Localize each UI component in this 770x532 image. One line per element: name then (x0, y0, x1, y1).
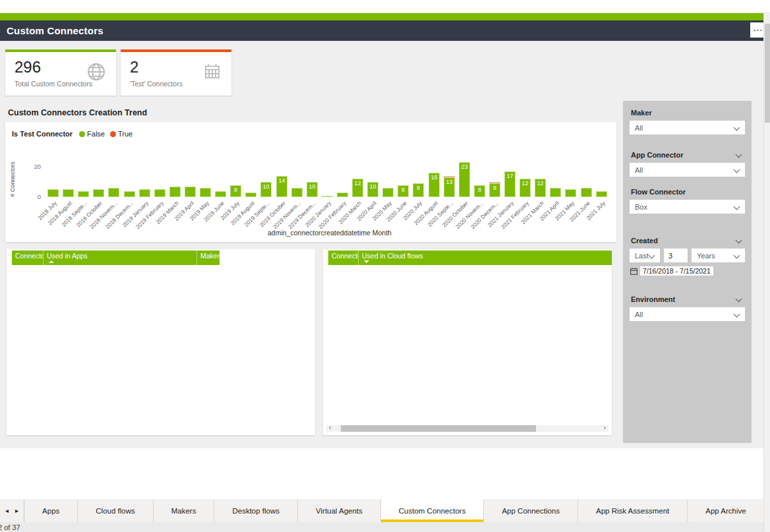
bar-segment-false[interactable] (63, 189, 74, 197)
filter-label-environment: Environment (631, 295, 675, 303)
sort-asc-icon (49, 260, 54, 263)
bar-segment-false[interactable] (291, 188, 303, 197)
bar-segment-false[interactable] (337, 192, 348, 197)
bar-segment-false[interactable]: 9 (413, 183, 424, 197)
column-header-used-in-apps[interactable]: Used in Apps (43, 251, 196, 265)
bar-segment-false[interactable]: 8 (474, 185, 485, 197)
column-header-connector[interactable]: Connector (12, 251, 43, 265)
calendar-clock-icon (630, 267, 638, 276)
bar-segment-false[interactable]: 9 (489, 183, 500, 197)
brand-accent-strip (0, 13, 766, 20)
bar-value-label: 8 (475, 187, 485, 193)
chevron-down-icon[interactable] (736, 237, 742, 244)
kpi-card-total-custom-connectors[interactable]: 296 Total Custom Connectors (5, 49, 116, 96)
bar-value-label: 10 (368, 183, 378, 190)
created-count-input[interactable]: 3 (664, 249, 688, 262)
scroll-left-icon[interactable]: ‹ (329, 424, 331, 431)
bar-segment-false[interactable] (382, 188, 394, 197)
chevron-down-icon (734, 167, 740, 173)
tab-makers[interactable]: Makers (154, 499, 215, 522)
created-mode-dropdown[interactable]: Last (630, 249, 660, 262)
bar-segment-true[interactable] (489, 182, 500, 183)
vertical-scrollbar[interactable] (763, 13, 770, 532)
tab-cloud-flows[interactable]: Cloud flows (78, 499, 153, 522)
flow-connector-dropdown[interactable]: Box (630, 200, 745, 214)
bar-segment-false[interactable]: 23 (459, 162, 470, 197)
bar-segment-false[interactable] (47, 189, 59, 197)
bar-segment-false[interactable] (185, 187, 196, 197)
bar-segment-false[interactable] (78, 191, 89, 197)
scroll-right-icon[interactable]: › (604, 424, 606, 431)
bar-value-label: 16 (429, 174, 439, 181)
y-axis-tick: 0 (24, 193, 41, 200)
filter-label-flow-connector: Flow Connector (631, 188, 686, 196)
bar-segment-false[interactable] (139, 189, 150, 197)
bar-segment-false[interactable]: 10 (367, 182, 378, 197)
chevron-down-icon (649, 252, 655, 259)
bar-segment-false[interactable] (550, 188, 561, 197)
bar-value-label: 9 (413, 185, 423, 191)
bar-segment-false[interactable] (581, 188, 592, 197)
scrollbar-thumb[interactable] (341, 425, 536, 432)
bar-plot: 810141012108916132389171212 (47, 122, 612, 197)
bar-segment-true[interactable] (444, 176, 455, 177)
page-tab-bar: ◂ ▸ AppsCloud flowsMakersDesktop flowsVi… (0, 499, 770, 522)
canvas-lower-area (0, 448, 763, 499)
created-unit-dropdown[interactable]: Years (692, 249, 745, 262)
report-canvas: 296 Total Custom Connectors 2 'Test' Con… (0, 41, 763, 448)
sort-desc-icon (364, 260, 369, 263)
column-header-connector[interactable]: Connector (328, 251, 358, 265)
bar-segment-false[interactable]: 17 (504, 171, 516, 197)
page-title: Custom Connectors (0, 25, 104, 36)
bar-segment-false[interactable] (565, 189, 576, 197)
bar-segment-false[interactable]: 8 (398, 185, 409, 197)
bar-value-label: 12 (353, 180, 363, 187)
bar-segment-false[interactable]: 14 (276, 176, 287, 197)
bar-segment-false[interactable]: 10 (260, 182, 272, 197)
bar-segment-false[interactable]: 12 (519, 179, 531, 197)
top-white-bar (0, 0, 770, 13)
tab-app-connections[interactable]: App Connections (484, 499, 578, 522)
tab-nav-right-icon[interactable]: ▸ (15, 507, 18, 514)
environment-dropdown[interactable]: All (630, 307, 745, 321)
app-connector-dropdown[interactable]: All (630, 163, 745, 177)
bar-segment-false[interactable] (169, 187, 181, 197)
bar-segment-false[interactable] (596, 191, 607, 197)
chevron-down-icon[interactable] (736, 152, 742, 158)
bar-value-label: 10 (261, 183, 271, 190)
bar-segment-false[interactable] (124, 191, 135, 197)
tab-custom-connectors[interactable]: Custom Connectors (381, 499, 485, 522)
bar-value-label: 13 (444, 179, 454, 185)
chevron-down-icon[interactable] (736, 296, 742, 303)
bar-segment-false[interactable] (322, 196, 333, 197)
bar-segment-false[interactable] (108, 188, 119, 197)
bar-segment-false[interactable]: 13 (444, 177, 455, 197)
bar-segment-false[interactable]: 16 (429, 173, 440, 197)
x-axis-title: admin_connectorcreateddatetime Month (47, 229, 612, 237)
tab-desktop-flows[interactable]: Desktop flows (214, 499, 298, 522)
bar-segment-false[interactable]: 12 (535, 179, 546, 197)
maker-dropdown[interactable]: All (630, 121, 745, 134)
column-header-used-in-cloud-flows[interactable]: Used in Cloud flows (358, 251, 612, 265)
tab-app-archive[interactable]: App Archive (688, 499, 764, 522)
bar-segment-false[interactable] (154, 189, 165, 197)
bar-segment-false[interactable]: 8 (230, 185, 241, 197)
tab-app-risk-assessment[interactable]: App Risk Assessment (578, 499, 688, 522)
column-header-maker[interactable]: Maker (196, 251, 220, 265)
date-range-value: 7/16/2018 - 7/15/2021 (640, 266, 713, 276)
horizontal-scrollbar[interactable]: ‹ › (326, 425, 608, 432)
dropdown-value: All (635, 166, 643, 174)
tab-nav-left-icon[interactable]: ◂ (5, 507, 9, 514)
bar-segment-false[interactable] (200, 188, 211, 197)
tab-virtual-agents[interactable]: Virtual Agents (298, 499, 381, 522)
bar-segment-false[interactable] (215, 191, 226, 197)
bar-segment-false[interactable] (245, 192, 256, 197)
bar-segment-false[interactable] (93, 189, 104, 197)
status-strip: 2 of 37 (0, 522, 770, 532)
filter-label-created: Created (631, 237, 658, 245)
bar-segment-false[interactable]: 10 (307, 182, 318, 197)
kpi-card-test-connectors[interactable]: 2 'Test' Connectors (121, 49, 231, 96)
scrollbar-thumb[interactable] (765, 24, 770, 123)
tab-apps[interactable]: Apps (24, 499, 78, 522)
bar-segment-false[interactable]: 12 (352, 179, 363, 197)
